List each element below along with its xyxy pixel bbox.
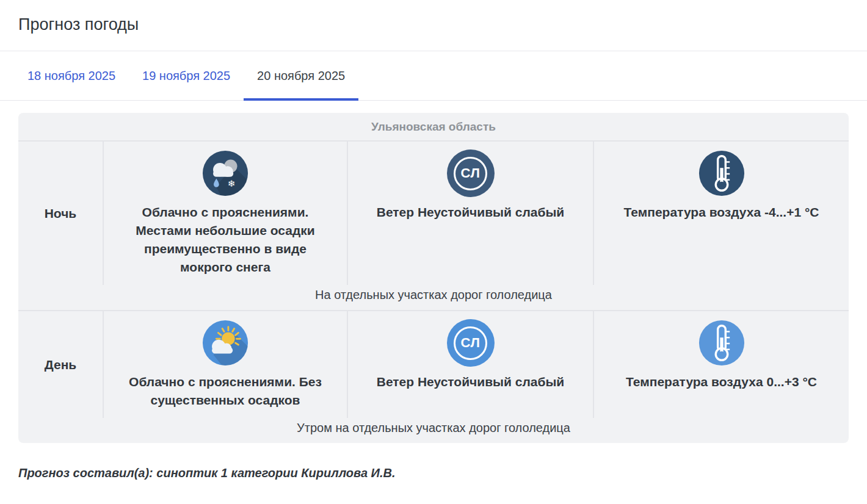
road-ice-note-day: Утром на отдельных участках дорог гололе… [18,418,849,443]
sun-behind-cloud-icon [201,319,249,367]
forecast-row-night: Ночь ❄ [18,142,849,285]
temperature-cell-night: Температура воздуха -4...+1 °C [594,142,849,285]
date-tabs: 18 ноября 2025 19 ноября 2025 20 ноября … [0,51,867,101]
thermometer-icon-day [698,319,745,367]
tab-18-nov-2025[interactable]: 18 ноября 2025 [14,51,129,100]
weather-cell-day: Облачно с прояснениями. Без существенных… [104,311,348,418]
page-header: Прогноз погоды [0,0,867,51]
forecaster-signature: Прогноз составил(а): синоптик 1 категори… [18,466,849,480]
temperature-cell-day: Температура воздуха 0...+3 °C [594,311,849,418]
wind-badge: СЛ [454,326,487,360]
period-label-night: Ночь [18,142,104,285]
wind-description-night: Ветер Неустойчивый слабый [365,203,576,221]
page-title: Прогноз погоды [0,0,867,51]
wind-cell-night: СЛ Ветер Неустойчивый слабый [348,142,594,285]
region-title: Ульяновская область [18,113,849,142]
road-ice-note-night: На отдельных участках дорог гололедица [18,285,849,311]
wind-cell-day: СЛ Ветер Неустойчивый слабый [348,311,594,418]
tab-20-nov-2025[interactable]: 20 ноября 2025 [244,51,358,100]
svg-text:❄: ❄ [228,178,235,189]
temperature-description-day: Температура воздуха 0...+3 °C [611,373,832,391]
weather-cell-night: ❄ Облачно с прояснениями. Местами неболь… [104,142,348,285]
wind-strength-icon-night: СЛ [447,149,495,197]
cloud-sleet-icon: ❄ [201,149,249,197]
wind-badge: СЛ [454,157,487,190]
forecast-row-day: День [18,311,849,418]
temperature-description-night: Температура воздуха -4...+1 °C [611,203,832,221]
tab-19-nov-2025[interactable]: 19 ноября 2025 [129,51,244,100]
weather-description-day: Облачно с прояснениями. Без существенных… [123,373,328,409]
thermometer-icon-night [698,149,745,197]
weather-description-night: Облачно с прояснениями. Местами небольши… [123,203,328,276]
wind-strength-icon-day: СЛ [447,319,495,367]
wind-description-day: Ветер Неустойчивый слабый [365,373,576,391]
forecast-table: Ульяновская область Ночь [18,113,849,443]
period-label-day: День [18,311,104,418]
